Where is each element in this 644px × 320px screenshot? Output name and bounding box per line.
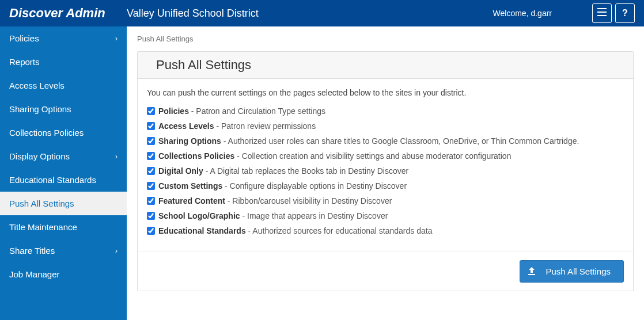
setting-row: Collections Policies - Collection creati…	[147, 151, 624, 161]
chevron-right-icon: ›	[115, 35, 118, 43]
setting-text: Access Levels - Patron review permission…	[158, 121, 316, 131]
sidebar-item-label: Share Titles	[9, 246, 55, 256]
setting-checkbox-sharing-options[interactable]	[147, 137, 155, 145]
hamburger-icon	[597, 8, 607, 18]
sidebar-item-policies[interactable]: Policies›	[0, 26, 127, 50]
sidebar-item-title-maintenance[interactable]: Title Maintenance	[0, 215, 127, 239]
district-name: Valley Unified School District	[127, 7, 259, 20]
setting-text: Sharing Options - Authorized user roles …	[158, 136, 579, 146]
sidebar-item-label: Access Levels	[9, 81, 65, 90]
help-button[interactable]: ?	[615, 3, 635, 23]
setting-label: Sharing Options	[158, 136, 221, 146]
upload-icon	[528, 267, 535, 276]
intro-text: You can push the current settings on the…	[147, 88, 624, 97]
setting-label: Collections Policies	[158, 151, 234, 161]
setting-checkbox-school-logo-graphic[interactable]	[147, 212, 155, 220]
sidebar-item-label: Display Options	[9, 151, 70, 161]
setting-description: - Patron and Circulation Type settings	[189, 106, 325, 116]
chevron-right-icon: ›	[115, 247, 118, 255]
setting-text: Custom Settings - Configure displayable …	[158, 181, 407, 191]
setting-text: Digital Only - A Digital tab replaces th…	[158, 166, 408, 176]
breadcrumb: Push All Settings	[137, 32, 634, 45]
setting-description: - Configure displayable options in Desti…	[222, 181, 407, 191]
setting-label: Digital Only	[158, 166, 203, 176]
setting-checkbox-educational-standards[interactable]	[147, 227, 155, 235]
header: Discover Admin Valley Unified School Dis…	[0, 0, 644, 26]
sidebar-item-collections-policies[interactable]: Collections Policies	[0, 121, 127, 144]
setting-text: Collections Policies - Collection creati…	[158, 151, 511, 161]
setting-label: Educational Standards	[158, 226, 246, 235]
sidebar: Policies›ReportsAccess LevelsSharing Opt…	[0, 26, 127, 320]
app-title: Discover Admin	[9, 6, 127, 21]
setting-row: Educational Standards - Authorized sourc…	[147, 226, 624, 235]
setting-text: Policies - Patron and Circulation Type s…	[158, 106, 325, 116]
push-all-settings-button[interactable]: Push All Settings	[520, 260, 624, 283]
sidebar-item-job-manager[interactable]: Job Manager	[0, 262, 127, 286]
setting-text: Featured Content - Ribbon/carousel visib…	[158, 196, 392, 205]
setting-label: Access Levels	[158, 121, 214, 131]
menu-button[interactable]	[592, 3, 612, 23]
setting-checkbox-policies[interactable]	[147, 107, 155, 115]
sidebar-item-label: Sharing Options	[9, 104, 71, 114]
sidebar-item-sharing-options[interactable]: Sharing Options	[0, 97, 127, 121]
welcome-text: Welcome, d.garr	[493, 9, 552, 18]
setting-row: Featured Content - Ribbon/carousel visib…	[147, 196, 624, 205]
setting-description: - Ribbon/carousel visibility in Destiny …	[225, 196, 392, 205]
setting-text: School Logo/Graphic - Image that appears…	[158, 211, 388, 220]
setting-row: Access Levels - Patron review permission…	[147, 121, 624, 131]
setting-label: Custom Settings	[158, 181, 222, 191]
setting-row: Custom Settings - Configure displayable …	[147, 181, 624, 191]
setting-description: - Authorized user roles can share titles…	[221, 136, 579, 146]
sidebar-item-share-titles[interactable]: Share Titles›	[0, 239, 127, 262]
sidebar-item-label: Educational Standards	[9, 175, 96, 185]
setting-row: Sharing Options - Authorized user roles …	[147, 136, 624, 146]
page-title: Push All Settings	[138, 52, 633, 79]
setting-description: - Authorized sources for educational sta…	[246, 226, 433, 235]
sidebar-item-label: Reports	[9, 57, 40, 67]
setting-checkbox-digital-only[interactable]	[147, 167, 155, 175]
sidebar-item-label: Title Maintenance	[9, 222, 77, 232]
settings-list: Policies - Patron and Circulation Type s…	[147, 106, 624, 235]
setting-text: Educational Standards - Authorized sourc…	[158, 226, 432, 235]
setting-description: - Collection creation and visibility set…	[234, 151, 511, 161]
setting-description: - Image that appears in Destiny Discover	[240, 211, 388, 220]
sidebar-item-push-all-settings[interactable]: Push All Settings	[0, 192, 127, 215]
setting-row: Policies - Patron and Circulation Type s…	[147, 106, 624, 116]
push-button-label: Push All Settings	[545, 266, 611, 276]
setting-label: Policies	[158, 106, 189, 116]
content: Push All Settings Push All Settings You …	[127, 26, 644, 320]
sidebar-item-educational-standards[interactable]: Educational Standards	[0, 168, 127, 192]
setting-checkbox-access-levels[interactable]	[147, 122, 155, 130]
chevron-right-icon: ›	[115, 153, 118, 161]
setting-label: School Logo/Graphic	[158, 211, 240, 220]
sidebar-item-label: Policies	[9, 33, 39, 43]
sidebar-item-reports[interactable]: Reports	[0, 50, 127, 74]
sidebar-item-label: Push All Settings	[9, 199, 74, 208]
setting-description: - Patron review permissions	[214, 121, 316, 131]
panel: Push All Settings You can push the curre…	[137, 51, 634, 291]
help-icon: ?	[622, 8, 628, 18]
setting-description: - A Digital tab replaces the Books tab i…	[203, 166, 408, 176]
sidebar-item-display-options[interactable]: Display Options›	[0, 144, 127, 168]
setting-row: Digital Only - A Digital tab replaces th…	[147, 166, 624, 176]
setting-checkbox-custom-settings[interactable]	[147, 182, 155, 190]
setting-label: Featured Content	[158, 196, 225, 205]
sidebar-item-label: Collections Policies	[9, 128, 84, 138]
sidebar-item-label: Job Manager	[9, 269, 60, 279]
setting-checkbox-collections-policies[interactable]	[147, 152, 155, 160]
setting-row: School Logo/Graphic - Image that appears…	[147, 211, 624, 220]
setting-checkbox-featured-content[interactable]	[147, 197, 155, 205]
sidebar-item-access-levels[interactable]: Access Levels	[0, 74, 127, 97]
